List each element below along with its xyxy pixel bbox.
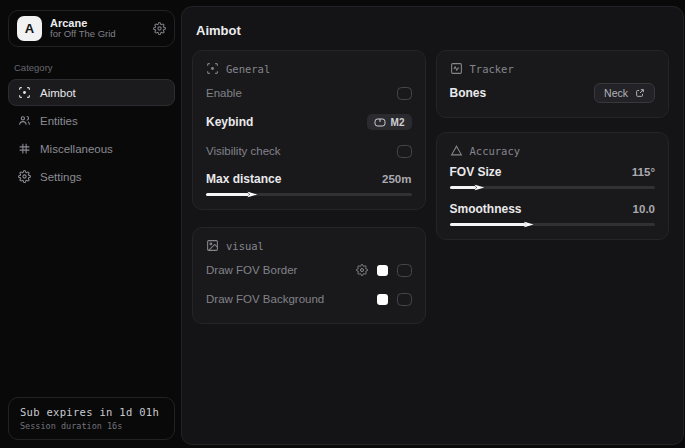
enable-checkbox[interactable] <box>397 87 412 100</box>
crosshair-icon <box>18 86 31 99</box>
card-title: Tracker <box>470 63 514 75</box>
general-card: General Enable Keybind M2 V <box>192 50 426 210</box>
page-title: Aimbot <box>196 23 669 38</box>
gear-icon[interactable] <box>153 22 166 35</box>
app-logo: A <box>17 16 42 41</box>
fov-background-checkbox[interactable] <box>397 293 412 306</box>
sub-expiry-text: Sub expires in 1d 01h <box>20 406 163 418</box>
expand-icon <box>635 88 645 98</box>
main-panel: Aimbot General Enable Keybind <box>181 6 684 445</box>
card-title: visual <box>226 240 264 252</box>
sidebar-item-settings[interactable]: Settings <box>8 163 175 190</box>
fov-background-label: Draw FOV Background <box>206 293 324 305</box>
max-distance-label: Max distance <box>206 172 281 186</box>
gear-icon[interactable] <box>356 264 368 276</box>
enable-row: Enable <box>206 82 412 104</box>
triangle-icon <box>450 144 463 157</box>
max-distance-slider[interactable] <box>206 193 412 196</box>
sidebar-item-entities[interactable]: Entities <box>8 107 175 134</box>
enable-label: Enable <box>206 87 242 99</box>
card-title: Accuracy <box>470 145 521 157</box>
fov-background-color-swatch[interactable] <box>377 294 388 305</box>
sidebar-item-label: Miscellaneous <box>40 143 113 155</box>
fov-size-value: 115° <box>632 166 655 178</box>
sidebar-item-label: Aimbot <box>40 87 76 99</box>
max-distance-value: 250m <box>382 173 411 185</box>
bones-value: Neck <box>604 87 628 99</box>
tracker-card: Tracker Bones Neck <box>436 50 670 118</box>
visibility-check-checkbox[interactable] <box>397 145 412 158</box>
sidebar-item-aimbot[interactable]: Aimbot <box>8 79 175 106</box>
accuracy-card: Accuracy FOV Size 115° Smoothness 10.0 <box>436 132 670 240</box>
crosshair-icon <box>206 62 219 75</box>
slider-fill[interactable] <box>206 193 249 196</box>
right-column: Tracker Bones Neck Accuracy <box>436 50 670 240</box>
max-distance-row: Max distance 250m <box>206 171 412 187</box>
entities-icon <box>18 114 31 127</box>
fov-border-row: Draw FOV Border <box>206 259 412 281</box>
visibility-check-row: Visibility check <box>206 140 412 162</box>
left-column: General Enable Keybind M2 V <box>192 50 426 324</box>
image-icon <box>206 239 219 252</box>
slider-fill[interactable] <box>450 223 526 226</box>
keybind-row: Keybind M2 <box>206 111 412 133</box>
fov-border-checkbox[interactable] <box>397 264 412 277</box>
activity-icon <box>450 62 463 75</box>
brand-card: A Arcane for Off The Grid <box>8 10 175 47</box>
gear-icon <box>18 170 31 183</box>
bones-row: Bones Neck <box>450 82 656 104</box>
category-label: Category <box>14 62 175 73</box>
bones-label: Bones <box>450 86 487 100</box>
keybind-value: M2 <box>391 117 405 128</box>
visual-card: visual Draw FOV Border Draw <box>192 227 426 324</box>
sidebar-nav: Aimbot Entities Miscellaneous Settings <box>8 79 175 190</box>
keybind-label: Keybind <box>206 115 253 129</box>
app-subtitle: for Off The Grid <box>50 29 145 40</box>
smoothness-label: Smoothness <box>450 202 522 216</box>
slider-fill[interactable] <box>450 186 477 189</box>
fov-background-row: Draw FOV Background <box>206 288 412 310</box>
fov-border-label: Draw FOV Border <box>206 264 297 276</box>
keybind-button[interactable]: M2 <box>367 114 412 130</box>
sidebar: A Arcane for Off The Grid Category Aimbo… <box>0 0 181 448</box>
session-duration-text: Session duration 16s <box>20 421 163 431</box>
fov-size-slider[interactable] <box>450 186 656 189</box>
sidebar-item-label: Entities <box>40 115 78 127</box>
fov-size-row: FOV Size 115° <box>450 164 656 180</box>
bones-select-button[interactable]: Neck <box>594 83 655 103</box>
mouse-icon <box>374 118 386 127</box>
app-window: A Arcane for Off The Grid Category Aimbo… <box>0 0 685 448</box>
grid-icon <box>18 142 31 155</box>
fov-size-label: FOV Size <box>450 165 502 179</box>
smoothness-slider[interactable] <box>450 223 656 226</box>
subscription-card: Sub expires in 1d 01h Session duration 1… <box>8 397 175 440</box>
fov-border-color-swatch[interactable] <box>377 265 388 276</box>
sidebar-item-label: Settings <box>40 171 82 183</box>
smoothness-value: 10.0 <box>633 203 655 215</box>
sidebar-item-miscellaneous[interactable]: Miscellaneous <box>8 135 175 162</box>
card-title: General <box>226 63 270 75</box>
smoothness-row: Smoothness 10.0 <box>450 201 656 217</box>
visibility-check-label: Visibility check <box>206 145 281 157</box>
